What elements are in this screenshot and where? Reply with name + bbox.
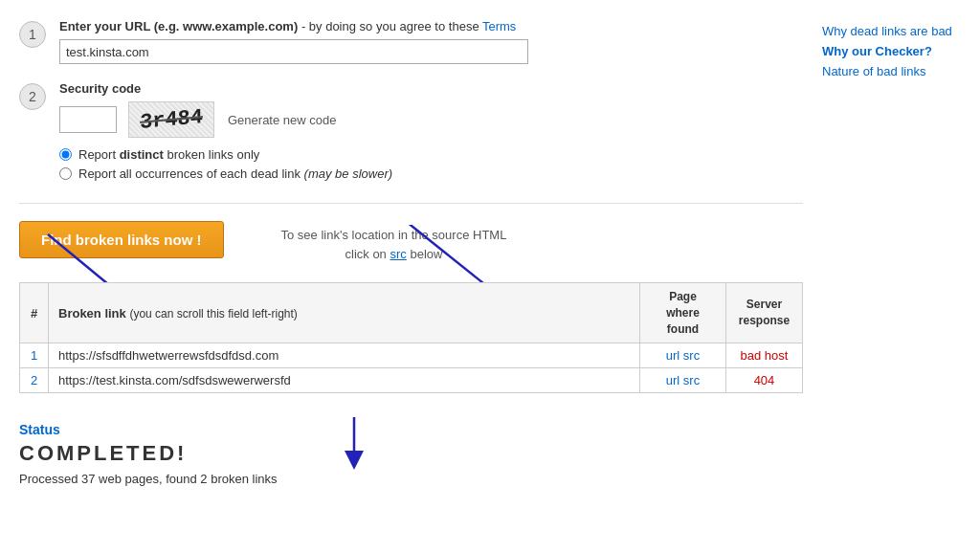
hint-line2-before: click on — [345, 247, 390, 261]
table-header-row: # Broken link (you can scroll this field… — [20, 283, 803, 343]
radio-distinct-label: Report distinct broken links only — [78, 147, 259, 162]
status-label: Status — [19, 422, 803, 437]
row1-num-link[interactable]: 1 — [31, 348, 37, 363]
step2-section: 2 Security code 3r484 Generate new code … — [19, 81, 803, 186]
row2-num: 2 — [20, 368, 49, 393]
col-server-response: Serverresponse — [726, 283, 803, 343]
generate-code-link[interactable]: Generate new code — [228, 113, 336, 127]
radio-all-input[interactable] — [59, 167, 72, 180]
hint-line1: To see link's location in the source HTM… — [281, 228, 507, 242]
step1-body: Enter your URL (e.g. www.example.com) - … — [59, 19, 803, 64]
divider — [19, 203, 803, 204]
radio-all-label: Report all occurrences of each dead link… — [78, 166, 392, 181]
terms-link[interactable]: Terms — [482, 19, 516, 33]
security-code-input[interactable] — [59, 106, 117, 133]
captcha-image: 3r484 — [128, 101, 214, 138]
row2-num-link[interactable]: 2 — [31, 373, 37, 387]
row2-server-link[interactable]: 404 — [754, 373, 775, 387]
radio-all-italic: (may be slower) — [304, 166, 392, 181]
row2-page-url-link[interactable]: url — [666, 373, 679, 387]
find-broken-links-button[interactable]: Find broken links now ! — [19, 221, 224, 258]
step2-circle: 2 — [19, 83, 46, 110]
radio-distinct-bold: distinct — [120, 147, 164, 162]
row1-server: bad host — [726, 343, 803, 368]
table-body: 1 https://sfsdffdhwetwerrewsfdsdfdsd.com… — [20, 343, 803, 393]
row1-server-link[interactable]: bad host — [741, 348, 789, 363]
step2-label: Security code — [59, 81, 803, 96]
url-input[interactable] — [59, 39, 528, 64]
src-hint-link[interactable]: src — [390, 247, 406, 261]
row2-page-src-link[interactable]: src — [683, 373, 700, 387]
page-layout: 1 Enter your URL (e.g. www.example.com) … — [0, 0, 980, 553]
radio-distinct-input[interactable] — [59, 148, 72, 161]
table-header: # Broken link (you can scroll this field… — [20, 283, 803, 343]
row1-page: url src — [640, 343, 726, 368]
row1-url: https://sfsdffdhwetwerrewsfdsdfdsd.com — [49, 343, 640, 368]
sidebar-link-why-checker[interactable]: Why our Checker? — [822, 44, 970, 58]
example-url: www.example.com — [183, 19, 294, 33]
row1-page-url-link[interactable]: url — [666, 348, 679, 363]
sidebar-link-nature[interactable]: Nature of bad links — [822, 64, 970, 78]
security-code-label: Security code — [59, 81, 141, 96]
step2-body: Security code 3r484 Generate new code Re… — [59, 81, 803, 186]
captcha-text: 3r484 — [140, 105, 203, 135]
row1-url-text: https://sfsdffdhwetwerrewsfdsdfdsd.com — [58, 348, 278, 363]
action-row: Find broken links now ! To see link's lo… — [19, 221, 803, 263]
main-content: 1 Enter your URL (e.g. www.example.com) … — [19, 19, 803, 534]
security-row: 3r484 Generate new code — [59, 101, 803, 138]
radio-all: Report all occurrences of each dead link… — [59, 166, 803, 181]
sidebar: Why dead links are bad Why our Checker? … — [803, 19, 970, 534]
step1-label-agree: - by doing so you agree to these — [301, 19, 482, 33]
col-broken-link: Broken link (you can scroll this field l… — [49, 283, 640, 343]
results-table: # Broken link (you can scroll this field… — [19, 282, 803, 393]
row2-page: url src — [640, 368, 726, 393]
step1-section: 1 Enter your URL (e.g. www.example.com) … — [19, 19, 803, 64]
status-section: Status COMPLETED! Processed 37 web pages… — [19, 422, 803, 486]
status-completed: COMPLETED! — [19, 441, 803, 466]
row2-url-text: https://test.kinsta.com/sdfsdswewerwersf… — [58, 373, 291, 387]
row1-page-src-link[interactable]: src — [683, 348, 700, 363]
status-detail: Processed 37 web pages, found 2 broken l… — [19, 472, 803, 486]
row2-url: https://test.kinsta.com/sdfsdswewerwersf… — [49, 368, 640, 393]
broken-link-sub: (you can scroll this field left-right) — [129, 307, 297, 321]
hint-text: To see link's location in the source HTM… — [281, 226, 507, 263]
table-row: 1 https://sfsdffdhwetwerrewsfdsdfdsd.com… — [20, 343, 803, 368]
broken-link-label: Broken link — [58, 306, 126, 321]
step1-label: Enter your URL (e.g. www.example.com) - … — [59, 19, 803, 33]
sidebar-link-why-dead[interactable]: Why dead links are bad — [822, 24, 970, 38]
radio-distinct: Report distinct broken links only — [59, 147, 803, 162]
step1-label-strong: Enter your URL (e.g. www.example.com) — [59, 19, 298, 33]
results-table-wrapper: # Broken link (you can scroll this field… — [19, 282, 803, 393]
step1-circle: 1 — [19, 21, 46, 48]
row2-server: 404 — [726, 368, 803, 393]
col-num: # — [20, 283, 49, 343]
row1-num: 1 — [20, 343, 49, 368]
hint-line2-after: below — [407, 247, 443, 261]
table-row: 2 https://test.kinsta.com/sdfsdswewerwer… — [20, 368, 803, 393]
col-page-where-found: Pagewherefound — [640, 283, 726, 343]
